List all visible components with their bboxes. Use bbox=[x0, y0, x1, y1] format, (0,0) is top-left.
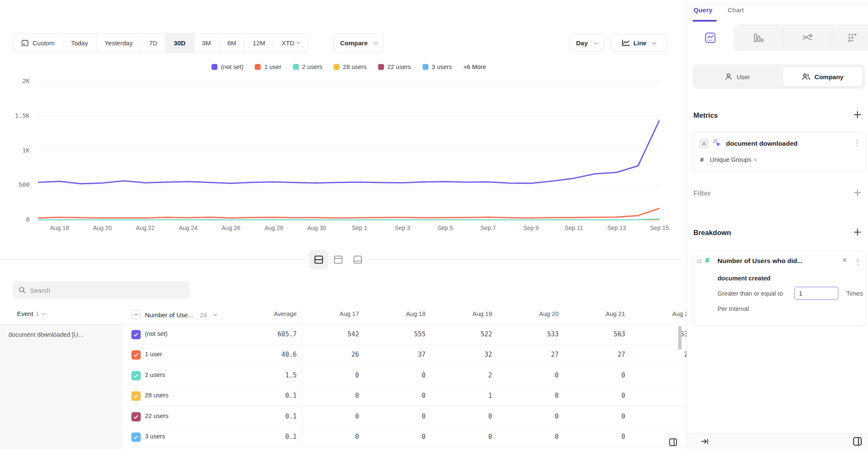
legend-item[interactable]: 22 users bbox=[378, 64, 411, 70]
user-icon bbox=[725, 73, 732, 80]
date-column-header[interactable]: Aug 18 bbox=[362, 310, 429, 317]
x-axis-tick-label: Sep 5 bbox=[426, 224, 464, 231]
data-cell: 0 bbox=[495, 433, 562, 441]
date-column-header[interactable]: Aug 17 bbox=[296, 310, 362, 317]
breakdown-card[interactable]: # Number of Users who did... × ⋮ documen… bbox=[693, 251, 866, 326]
series-label: 1 user bbox=[145, 351, 162, 358]
legend-item[interactable]: 3 users bbox=[423, 64, 452, 70]
chart-svg[interactable] bbox=[38, 78, 659, 224]
matrix-chart-button[interactable] bbox=[840, 25, 865, 51]
add-metric-button[interactable] bbox=[854, 111, 861, 118]
event-count: 1 bbox=[36, 310, 39, 317]
date-column-header[interactable]: Aug 19 bbox=[429, 310, 495, 317]
tab-chart[interactable]: Chart bbox=[728, 6, 744, 14]
legend-item[interactable]: 1 user bbox=[255, 64, 281, 70]
series-checkbox[interactable] bbox=[131, 391, 141, 401]
scope-segmented-control: User Company bbox=[693, 64, 865, 89]
data-cell: 28 bbox=[629, 351, 687, 358]
data-cell: 555 bbox=[362, 330, 429, 338]
series-checkbox[interactable] bbox=[131, 432, 141, 442]
aggregation-dropdown[interactable]: Unique Groups bbox=[710, 156, 757, 163]
layout-split-button[interactable] bbox=[309, 250, 328, 269]
flow-chart-button[interactable] bbox=[795, 25, 820, 51]
y-axis-tick-label: 2K bbox=[3, 78, 30, 84]
legend-item[interactable]: 2 users bbox=[293, 64, 323, 70]
tab-query[interactable]: Query bbox=[693, 6, 712, 14]
event-name-panel[interactable]: document downloaded [U... bbox=[0, 324, 121, 449]
segmentation-chart-button[interactable] bbox=[698, 25, 723, 51]
metric-name[interactable]: document downloaded bbox=[726, 140, 798, 147]
data-cell: 0 bbox=[296, 413, 362, 420]
breakdown-name[interactable]: Number of Users who did... bbox=[718, 257, 803, 265]
panel-top-divider bbox=[687, 4, 868, 5]
average-column-header[interactable]: Average bbox=[231, 310, 297, 317]
data-cell: 0 bbox=[629, 392, 687, 399]
data-cell: 0 bbox=[362, 371, 429, 379]
line-chart-icon bbox=[622, 39, 630, 46]
metric-card[interactable]: A document downloaded ⋮ # Unique Groups bbox=[693, 132, 866, 172]
date-range-6m[interactable]: 6M bbox=[219, 33, 244, 52]
row-values: 000000 bbox=[296, 413, 687, 420]
legend-item[interactable]: 28 users bbox=[334, 64, 367, 70]
x-axis-tick-label: Aug 30 bbox=[298, 224, 336, 231]
series-checkbox[interactable] bbox=[131, 412, 141, 421]
series-checkbox[interactable] bbox=[131, 371, 141, 380]
table-row[interactable]: 2 users1.5002000 bbox=[127, 366, 687, 386]
table-row[interactable]: 1 user40.6263732272728 bbox=[127, 345, 687, 365]
breakdown-value-input[interactable] bbox=[794, 287, 838, 300]
series-header-label[interactable]: Number of Use... bbox=[145, 311, 193, 319]
drag-handle-icon[interactable] bbox=[697, 260, 702, 264]
select-all-checkbox[interactable] bbox=[131, 310, 141, 319]
close-icon[interactable]: × bbox=[842, 255, 847, 265]
chart-type-dropdown[interactable]: Line bbox=[610, 34, 667, 52]
bar-chart-button[interactable] bbox=[746, 25, 771, 51]
kebab-icon[interactable]: ⋮ bbox=[853, 139, 860, 147]
breakdown-event[interactable]: document created bbox=[718, 275, 771, 282]
x-axis-tick-label: Sep 7 bbox=[469, 224, 507, 231]
date-column-header[interactable]: Aug 22 bbox=[629, 310, 687, 317]
sidebar-toggle-button[interactable] bbox=[852, 436, 862, 448]
chevron-down-icon bbox=[214, 312, 217, 316]
table-row[interactable]: 3 users0.1000000 bbox=[127, 427, 687, 447]
calendar-icon bbox=[21, 39, 29, 47]
compare-label: Compare bbox=[340, 39, 367, 47]
date-range-7d[interactable]: 7D bbox=[141, 33, 165, 52]
date-range-today[interactable]: Today bbox=[63, 33, 96, 52]
event-column-header[interactable]: Event 1 bbox=[17, 310, 45, 317]
app: CustomTodayYesterday7D30D3M6M12MXTD Comp… bbox=[0, 0, 868, 449]
series-checkbox[interactable] bbox=[131, 330, 141, 339]
legend-item[interactable]: (not set) bbox=[211, 64, 243, 70]
date-column-header[interactable]: Aug 20 bbox=[495, 310, 562, 317]
bottom-panel-toggle[interactable] bbox=[669, 438, 677, 448]
x-axis-tick-label: Sep 9 bbox=[512, 224, 550, 231]
collapse-panel-button[interactable] bbox=[701, 437, 709, 447]
breakdown-interval-label[interactable]: Per Interval bbox=[718, 305, 749, 312]
date-range-3m[interactable]: 3M bbox=[194, 33, 219, 52]
data-cell: 0 bbox=[495, 413, 562, 420]
date-range-custom[interactable]: Custom bbox=[13, 33, 63, 52]
legend-label: 2 users bbox=[302, 64, 323, 70]
kebab-icon[interactable]: ⋮ bbox=[854, 258, 861, 265]
layout-table-only-button[interactable] bbox=[348, 250, 367, 269]
legend-more-link[interactable]: +6 More bbox=[463, 64, 486, 70]
table-row[interactable]: 22 users0.1000000 bbox=[127, 407, 687, 427]
interval-dropdown[interactable]: Day bbox=[569, 34, 604, 52]
table-row[interactable]: (not set)605.7542555522533563531 bbox=[127, 324, 687, 345]
date-range-xtd[interactable]: XTD bbox=[273, 33, 308, 52]
add-breakdown-button[interactable] bbox=[854, 229, 861, 236]
legend-label: 22 users bbox=[387, 64, 411, 70]
date-range-yesterday[interactable]: Yesterday bbox=[96, 33, 141, 52]
date-column-header[interactable]: Aug 21 bbox=[562, 310, 629, 317]
average-value: 40.6 bbox=[231, 351, 297, 358]
scope-company-button[interactable]: Company bbox=[782, 67, 863, 87]
series-checkbox[interactable] bbox=[131, 350, 141, 360]
add-filter-button[interactable] bbox=[854, 189, 861, 196]
date-range-12m[interactable]: 12M bbox=[244, 33, 273, 52]
scope-user-button[interactable]: User bbox=[693, 64, 782, 89]
compare-button[interactable]: Compare bbox=[334, 33, 384, 53]
search-input[interactable] bbox=[30, 287, 184, 294]
table-row[interactable]: 28 users0.1001000 bbox=[127, 386, 687, 406]
date-range-30d[interactable]: 30D bbox=[165, 33, 194, 52]
vertical-scrollbar[interactable] bbox=[678, 326, 682, 350]
layout-chart-only-button[interactable] bbox=[328, 250, 348, 269]
